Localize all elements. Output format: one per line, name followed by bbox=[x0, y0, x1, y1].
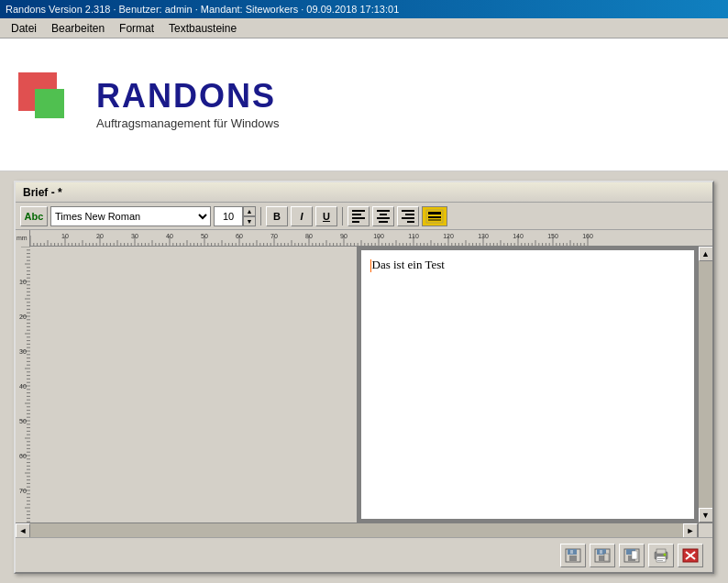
font-size-input[interactable] bbox=[214, 206, 243, 226]
print-button[interactable] bbox=[648, 544, 674, 567]
svg-text:70: 70 bbox=[270, 233, 278, 239]
bold-button[interactable]: B bbox=[266, 206, 288, 226]
title-bar: Randons Version 2.318 · Benutzer: admin … bbox=[0, 0, 728, 18]
vscroll-track[interactable] bbox=[699, 261, 713, 508]
logo-icon bbox=[18, 72, 83, 137]
svg-text:130: 130 bbox=[478, 233, 489, 239]
ruler-side-svg: 10203040506070 bbox=[16, 247, 30, 522]
close-icon bbox=[682, 548, 699, 563]
svg-rect-284 bbox=[656, 549, 666, 554]
align-left-icon bbox=[352, 210, 365, 223]
svg-text:60: 60 bbox=[19, 453, 27, 459]
doc-title: Brief - * bbox=[23, 186, 62, 199]
ruler-top: 102030405060708090100110120130140150160 bbox=[30, 230, 698, 247]
svg-rect-277 bbox=[600, 550, 602, 554]
align-right-button[interactable] bbox=[397, 206, 419, 226]
save-icon-1 bbox=[565, 548, 581, 563]
save-icon-2 bbox=[594, 548, 611, 563]
font-select-wrap: Times New Roman Arial Courier New bbox=[50, 206, 211, 226]
svg-rect-272 bbox=[569, 556, 577, 561]
svg-text:140: 140 bbox=[513, 233, 524, 239]
logo-area: RANDONS Auftragsmanagement für Windows bbox=[0, 38, 728, 171]
text-cursor bbox=[370, 259, 371, 272]
hscroll-track[interactable] bbox=[30, 523, 683, 538]
svg-text:20: 20 bbox=[96, 233, 104, 239]
svg-rect-282 bbox=[632, 551, 637, 559]
svg-text:40: 40 bbox=[166, 233, 173, 239]
svg-text:10: 10 bbox=[19, 279, 27, 285]
menu-bearbeiten[interactable]: Bearbeiten bbox=[44, 20, 112, 37]
abc-button[interactable]: Abc bbox=[20, 206, 48, 226]
svg-text:10: 10 bbox=[61, 233, 69, 239]
svg-text:70: 70 bbox=[19, 488, 27, 494]
save-button-2[interactable] bbox=[590, 544, 615, 567]
special-format-button[interactable] bbox=[422, 206, 447, 226]
svg-text:60: 60 bbox=[236, 233, 243, 239]
svg-text:100: 100 bbox=[373, 233, 384, 239]
svg-rect-273 bbox=[570, 550, 573, 554]
close-button[interactable] bbox=[678, 544, 703, 567]
vertical-scrollbar: ▲ ▼ bbox=[698, 247, 712, 522]
svg-text:150: 150 bbox=[547, 233, 558, 239]
menu-format[interactable]: Format bbox=[112, 20, 161, 37]
font-size-down[interactable]: ▼ bbox=[243, 216, 256, 226]
mm-label: mm bbox=[16, 235, 28, 241]
svg-rect-287 bbox=[657, 560, 663, 561]
vscroll-up-button[interactable]: ▲ bbox=[699, 247, 713, 261]
menu-textbausteine[interactable]: Textbausteine bbox=[161, 20, 244, 37]
font-size-up[interactable]: ▲ bbox=[243, 206, 256, 216]
vscroll-down-button[interactable]: ▼ bbox=[699, 508, 713, 522]
font-size-spinner: ▲ ▼ bbox=[243, 206, 256, 226]
svg-text:90: 90 bbox=[340, 233, 347, 239]
text-content-line: Das ist ein Test bbox=[370, 258, 686, 272]
align-center-button[interactable] bbox=[372, 206, 394, 226]
special-format-icon bbox=[425, 209, 444, 224]
logo-text-area: RANDONS Auftragsmanagement für Windows bbox=[96, 80, 279, 130]
hscroll-right-button[interactable]: ► bbox=[683, 523, 698, 538]
title-text: Randons Version 2.318 · Benutzer: admin … bbox=[6, 4, 399, 15]
italic-button[interactable]: I bbox=[291, 206, 313, 226]
editor-text: Das ist ein Test bbox=[372, 258, 445, 271]
editor-main: mm 1020304050607080901001101201301401501… bbox=[16, 230, 712, 537]
align-right-icon bbox=[402, 210, 414, 223]
hscroll-corner bbox=[698, 523, 712, 537]
ruler-corner: mm bbox=[16, 230, 30, 247]
svg-rect-278 bbox=[604, 554, 609, 561]
svg-text:30: 30 bbox=[131, 233, 138, 239]
align-center-icon bbox=[377, 210, 390, 223]
svg-text:80: 80 bbox=[305, 233, 313, 239]
content-row: 10203040506070 Das ist ein Test ▲ bbox=[16, 247, 712, 522]
svg-text:120: 120 bbox=[443, 233, 454, 239]
editor-page[interactable]: Das ist ein Test bbox=[361, 250, 695, 519]
align-left-button[interactable] bbox=[347, 206, 370, 226]
svg-point-288 bbox=[664, 553, 667, 556]
logo-green-rect bbox=[35, 89, 64, 118]
save-button-3[interactable] bbox=[619, 544, 645, 567]
hscroll-left-button[interactable]: ◄ bbox=[16, 523, 30, 538]
save-button-1[interactable] bbox=[560, 544, 586, 567]
menu-datei[interactable]: Datei bbox=[4, 20, 44, 37]
editor-container: mm 1020304050607080901001101201301401501… bbox=[16, 230, 712, 537]
save-icon-3 bbox=[623, 548, 640, 563]
svg-text:50: 50 bbox=[19, 418, 27, 424]
separator-1 bbox=[260, 207, 261, 226]
underline-button[interactable]: U bbox=[315, 206, 337, 226]
svg-text:50: 50 bbox=[201, 233, 208, 239]
vscroll-top bbox=[698, 230, 712, 246]
svg-rect-286 bbox=[657, 558, 665, 559]
separator-2 bbox=[342, 207, 343, 226]
horizontal-scrollbar: ◄ ► bbox=[16, 523, 698, 537]
ruler-top-svg: 102030405060708090100110120130140150160 bbox=[30, 230, 698, 247]
doc-title-bar: Brief - * bbox=[16, 182, 712, 203]
svg-text:160: 160 bbox=[582, 233, 593, 239]
editor-scroll[interactable]: Das ist ein Test bbox=[358, 247, 699, 522]
ruler-side: 10203040506070 bbox=[16, 247, 358, 522]
svg-rect-2 bbox=[428, 216, 441, 218]
svg-rect-1 bbox=[428, 212, 441, 214]
bottom-bar bbox=[16, 537, 712, 572]
toolbar: Abc Times New Roman Arial Courier New ▲ … bbox=[16, 203, 712, 230]
svg-text:20: 20 bbox=[19, 314, 27, 320]
font-select[interactable]: Times New Roman Arial Courier New bbox=[50, 206, 211, 226]
logo-title: RANDONS bbox=[96, 80, 279, 113]
svg-text:30: 30 bbox=[19, 348, 27, 355]
